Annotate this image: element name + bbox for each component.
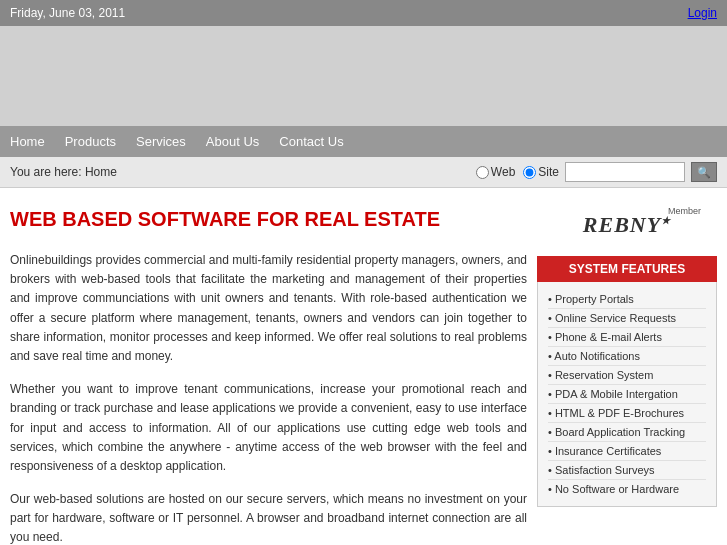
paragraph-2: Whether you want to improve tenant commu… bbox=[10, 380, 527, 476]
content-left: WEB BASED SOFTWARE FOR REAL ESTATE Onlin… bbox=[10, 198, 527, 545]
radio-web-label[interactable]: Web bbox=[476, 165, 515, 179]
radio-web[interactable] bbox=[476, 166, 489, 179]
search-button[interactable]: 🔍 bbox=[691, 162, 717, 182]
search-radio-group: Web Site bbox=[476, 165, 559, 179]
breadcrumb: You are here: Home bbox=[10, 165, 117, 179]
search-area: Web Site 🔍 bbox=[476, 162, 717, 182]
feature-item: Phone & E-mail Alerts bbox=[548, 328, 706, 347]
feature-item: Property Portals bbox=[548, 290, 706, 309]
features-list: Property Portals Online Service Requests… bbox=[537, 282, 717, 507]
rebny-logo: REBNY★ bbox=[583, 212, 671, 237]
nav-contact[interactable]: Contact Us bbox=[279, 134, 343, 149]
search-input[interactable] bbox=[565, 162, 685, 182]
banner-area bbox=[0, 26, 727, 126]
feature-item: Board Application Tracking bbox=[548, 423, 706, 442]
feature-item: Reservation System bbox=[548, 366, 706, 385]
radio-site[interactable] bbox=[523, 166, 536, 179]
feature-item: Auto Notifications bbox=[548, 347, 706, 366]
feature-item: PDA & Mobile Intergation bbox=[548, 385, 706, 404]
feature-item: Satisfaction Surveys bbox=[548, 461, 706, 480]
system-features-header: SYSTEM FEATURES bbox=[537, 256, 717, 282]
breadcrumb-bar: You are here: Home Web Site 🔍 bbox=[0, 157, 727, 188]
login-link[interactable]: Login bbox=[688, 6, 717, 20]
content-right: Member REBNY★ SYSTEM FEATURES Property P… bbox=[537, 198, 717, 545]
date-label: Friday, June 03, 2011 bbox=[10, 6, 125, 20]
feature-item: Insurance Certificates bbox=[548, 442, 706, 461]
feature-item: Online Service Requests bbox=[548, 309, 706, 328]
nav-bar: Home Products Services About Us Contact … bbox=[0, 126, 727, 157]
nav-home[interactable]: Home bbox=[10, 134, 45, 149]
radio-web-text: Web bbox=[491, 165, 515, 179]
feature-item: HTML & PDF E-Brochures bbox=[548, 404, 706, 423]
paragraph-3: Our web-based solutions are hosted on ou… bbox=[10, 490, 527, 545]
nav-about[interactable]: About Us bbox=[206, 134, 259, 149]
nav-services[interactable]: Services bbox=[136, 134, 186, 149]
paragraph-1: Onlinebuildings provides commercial and … bbox=[10, 251, 527, 366]
nav-products[interactable]: Products bbox=[65, 134, 116, 149]
radio-site-text: Site bbox=[538, 165, 559, 179]
page-heading: WEB BASED SOFTWARE FOR REAL ESTATE bbox=[10, 208, 527, 231]
rebny-star: ★ bbox=[661, 215, 671, 226]
radio-site-label[interactable]: Site bbox=[523, 165, 559, 179]
main-content: WEB BASED SOFTWARE FOR REAL ESTATE Onlin… bbox=[0, 188, 727, 545]
top-bar: Friday, June 03, 2011 Login bbox=[0, 0, 727, 26]
feature-item: No Software or Hardware bbox=[548, 480, 706, 498]
rebny-box: Member REBNY★ bbox=[537, 198, 717, 246]
